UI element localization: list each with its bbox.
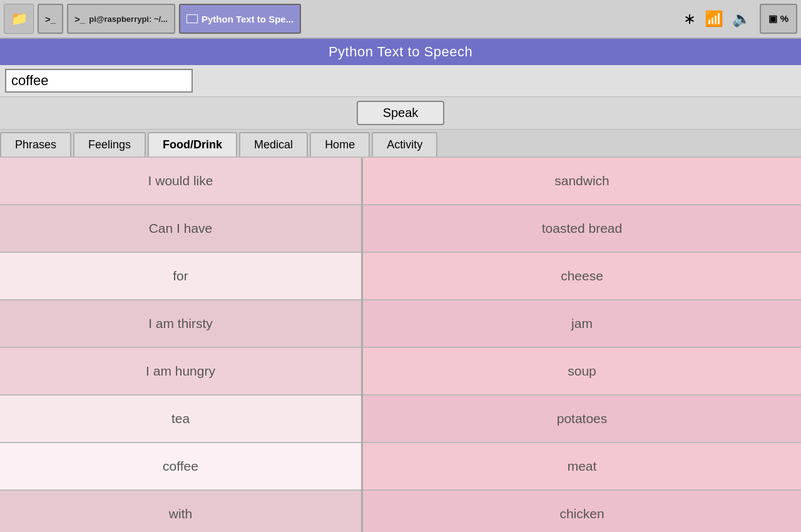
list-item[interactable]: I am hungry (0, 348, 361, 396)
titlebar: Python Text to Speech (0, 39, 801, 65)
list-item[interactable]: soup (363, 348, 801, 396)
folder-icon[interactable]: 📁 (4, 4, 34, 34)
wifi-icon: 📶 (705, 10, 723, 28)
time-label: ▣ % (768, 13, 788, 24)
tab-medical[interactable]: Medical (239, 132, 308, 156)
list-item[interactable]: potatoes (363, 396, 801, 443)
terminal-label: pi@raspberrypi: ~/... (89, 14, 168, 24)
terminal1-button[interactable]: >_ (38, 4, 63, 34)
taskbar: 📁 >_ >_ pi@raspberrypi: ~/... Python Tex… (0, 0, 801, 39)
list-item[interactable]: sandwich (363, 158, 801, 205)
list-item[interactable]: with (0, 491, 361, 532)
tab-feelings[interactable]: Feelings (73, 132, 146, 156)
input-bar (0, 65, 801, 97)
left-column: I would like Can I have for I am thirsty… (0, 158, 363, 532)
tab-fooddrink[interactable]: Food/Drink (148, 132, 237, 156)
list-item[interactable]: I am thirsty (0, 300, 361, 348)
list-item[interactable]: cheese (363, 253, 801, 300)
speak-area: Speak (0, 97, 801, 130)
bluetooth-icon: ∗ (683, 10, 696, 28)
text-input[interactable] (5, 69, 193, 93)
app-title: Python Text to Speech (329, 44, 472, 59)
list-item[interactable]: jam (363, 300, 801, 348)
list-item[interactable]: chicken (363, 491, 801, 532)
list-item[interactable]: coffee (0, 443, 361, 491)
category-tabs: Phrases Feelings Food/Drink Medical Home… (0, 130, 801, 158)
list-item[interactable]: toasted bread (363, 205, 801, 253)
tab-home[interactable]: Home (310, 132, 370, 156)
app-button[interactable]: Python Text to Spe... (179, 4, 301, 34)
list-item[interactable]: I would like (0, 158, 361, 205)
tab-activity[interactable]: Activity (372, 132, 437, 156)
system-tray: ∗ 📶 🔈 (678, 10, 756, 28)
tab-phrases[interactable]: Phrases (0, 132, 71, 156)
list-item[interactable]: for (0, 253, 361, 300)
main-grid: I would like Can I have for I am thirsty… (0, 158, 801, 532)
volume-icon: 🔈 (732, 10, 751, 28)
list-item[interactable]: tea (0, 396, 361, 443)
time-display: ▣ % (760, 4, 797, 34)
right-column: sandwich toasted bread cheese jam soup p… (363, 158, 801, 532)
list-item[interactable]: meat (363, 443, 801, 491)
list-item[interactable]: Can I have (0, 205, 361, 253)
app-label: Python Text to Spe... (202, 14, 293, 24)
terminal2-button[interactable]: >_ pi@raspberrypi: ~/... (67, 4, 175, 34)
speak-button[interactable]: Speak (357, 101, 445, 125)
